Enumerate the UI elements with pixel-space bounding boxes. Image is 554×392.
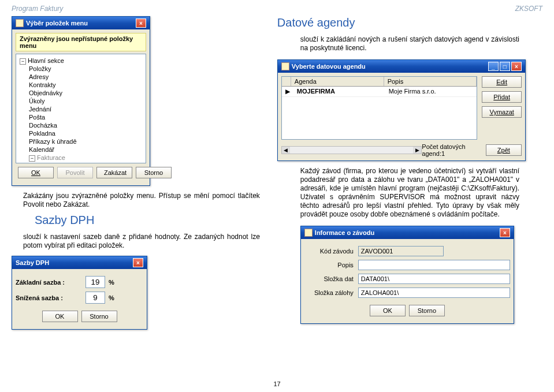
tree-item[interactable]: Objednávky	[29, 89, 142, 97]
header-right: ZKSOFT	[515, 5, 542, 13]
storno-button[interactable]: Storno	[136, 167, 172, 178]
tree-item[interactable]: Příkazy k úhradě	[29, 137, 142, 145]
menu-selection-window: Výběr položek menu × Zvýrazněny jsou nep…	[12, 16, 150, 186]
horizontal-scrollbar[interactable]: ◀ ▶	[281, 146, 422, 154]
scroll-left-icon[interactable]: ◀	[282, 147, 290, 154]
tree-root[interactable]: Hlavní sekce	[28, 57, 64, 64]
sazby-paragraph: slouží k nastavení sazeb daně z přidané …	[23, 233, 260, 250]
tree-item[interactable]: Úkoly	[29, 97, 142, 105]
cell-popis: Moje Firma s.r.o.	[385, 87, 477, 96]
titlebar: Výběr položek menu ×	[12, 17, 150, 29]
percent-label: %	[109, 294, 114, 301]
povolit-button[interactable]: Povolit	[57, 167, 93, 178]
minimize-icon[interactable]: _	[488, 62, 499, 71]
close-icon[interactable]: ×	[500, 228, 510, 237]
hint-bar: Zvýrazněny jsou nepřístupné položky menu	[16, 33, 146, 51]
dat-label: Složka dat	[304, 275, 354, 282]
ok-button[interactable]: OK	[18, 167, 54, 178]
window-title: Informace o závodu	[315, 229, 374, 236]
zakazat-button[interactable]: Zakázat	[96, 167, 132, 178]
zpet-button[interactable]: Zpět	[486, 144, 522, 156]
tree-item[interactable]: Položky	[29, 65, 142, 73]
window-title: Sazby DPH	[16, 259, 49, 266]
close-icon[interactable]: ×	[136, 18, 146, 28]
dat-input[interactable]	[358, 274, 510, 284]
agendy-heading: Datové agendy	[277, 16, 542, 29]
titlebar: Vyberte datovou agendu _ □ ×	[278, 60, 525, 73]
popis-input[interactable]	[358, 260, 510, 270]
tree-item[interactable]: Pokladna	[29, 129, 142, 137]
maximize-icon[interactable]: □	[500, 62, 510, 71]
vymazat-button[interactable]: Vymazat	[482, 106, 521, 118]
titlebar: Informace o závodu ×	[301, 226, 514, 239]
zakladni-input[interactable]	[85, 276, 105, 288]
row-pointer-icon: ▶	[282, 87, 293, 96]
scroll-right-icon[interactable]: ▶	[413, 147, 421, 154]
page-header: Program Faktury ZKSOFT	[12, 5, 542, 13]
tree-item[interactable]: Jednání	[29, 105, 142, 113]
popis-label: Popis	[304, 262, 354, 268]
snizena-label: Snížená sazba :	[16, 294, 82, 301]
storno-button[interactable]: Storno	[409, 305, 445, 316]
window-icon	[16, 19, 24, 27]
table-row[interactable]: ▶ MOJEFIRMA Moje Firma s.r.o.	[282, 87, 477, 97]
storno-button[interactable]: Storno	[81, 311, 117, 322]
zal-input[interactable]	[358, 288, 510, 298]
tree-item[interactable]: Kalendář	[29, 145, 142, 154]
col-agenda[interactable]: Agenda	[291, 77, 384, 86]
zal-label: Složka zálohy	[304, 289, 354, 296]
ok-button[interactable]: OK	[42, 311, 78, 322]
header-left: Program Faktury	[12, 5, 63, 13]
ok-button[interactable]: OK	[370, 305, 406, 316]
agendy-paragraph: slouží k zakládání nových a rušení starý…	[300, 35, 519, 53]
tree-item[interactable]: Adresy	[29, 73, 142, 81]
agenda-count: Počet datových agend:1	[422, 143, 485, 157]
percent-label: %	[109, 279, 114, 286]
menu-tree[interactable]: −Hlavní sekce Položky Adresy Kontrakty O…	[16, 54, 146, 163]
zakladni-label: Základní sazba :	[16, 279, 82, 286]
sazby-dialog: Sazby DPH × Základní sazba : % Snížená s…	[12, 256, 147, 330]
close-icon[interactable]: ×	[133, 258, 143, 267]
titlebar: Sazby DPH ×	[12, 256, 147, 269]
snizena-input[interactable]	[85, 292, 105, 304]
agenda-window: Vyberte datovou agendu _ □ × Agenda Popi…	[277, 59, 526, 161]
window-icon	[281, 62, 289, 70]
kod-label: Kód závodu	[304, 248, 354, 255]
tree-item[interactable]: Kontrakty	[29, 81, 142, 89]
window-icon	[304, 229, 313, 237]
window-title: Vyberte datovou agendu	[292, 63, 366, 70]
pridat-button[interactable]: Přidat	[482, 91, 521, 103]
tree-item[interactable]: Docházka	[29, 121, 142, 129]
sazby-heading: Sazby DPH	[35, 214, 260, 227]
tree-item[interactable]: Pošta	[29, 113, 142, 121]
cell-agenda: MOJEFIRMA	[293, 87, 385, 96]
zavod-paragraph: Každý závod (firma, pro kterou je vedeno…	[300, 167, 519, 219]
button-row: OK Povolit Zakázat Storno	[16, 163, 146, 182]
col-popis[interactable]: Popis	[384, 77, 477, 86]
zavod-window: Informace o závodu × Kód závodu Popis Sl…	[300, 226, 514, 324]
window-title: Výběr položek menu	[26, 20, 88, 27]
zakaz-paragraph: Zakázány jsou zvýrazněné položky menu. P…	[23, 192, 260, 209]
kod-input	[358, 246, 444, 256]
collapse-icon[interactable]: −	[29, 155, 35, 162]
edit-button[interactable]: Edit	[482, 76, 521, 88]
page-number: 17	[0, 380, 554, 387]
agenda-table[interactable]: Agenda Popis ▶ MOJEFIRMA Moje Firma s.r.…	[281, 76, 478, 140]
tree-sub[interactable]: Fakturace	[37, 154, 65, 161]
collapse-icon[interactable]: −	[20, 58, 26, 65]
close-icon[interactable]: ×	[511, 62, 522, 71]
